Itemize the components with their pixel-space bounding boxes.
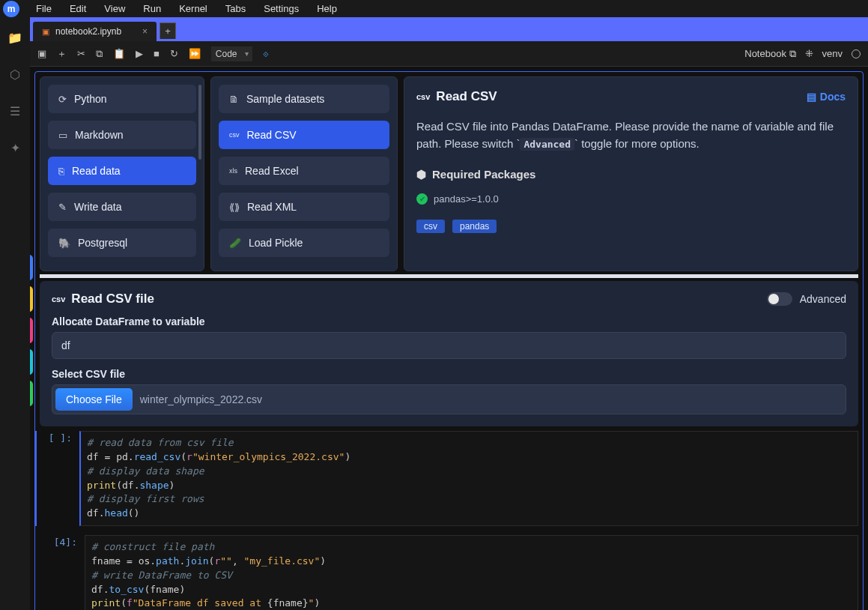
form-title: csvRead CSV file [52, 292, 154, 306]
notebook-cell-frame: ⇄ ⌘ 🗑 ＋ ▶ ⟳Python ▭Markdown ⎘Read data ✎… [34, 71, 864, 610]
menu-run[interactable]: Run [136, 0, 169, 17]
markdown-icon: ▭ [58, 130, 67, 141]
menu-edit[interactable]: Edit [62, 0, 94, 17]
code-cell[interactable]: [4]: # construct file path fname = os.pa… [40, 535, 858, 610]
bug-icon[interactable]: ⁜ [805, 48, 813, 59]
open-icon: ⧉ [789, 48, 796, 59]
write-icon: ✎ [58, 202, 67, 213]
fastforward-icon[interactable]: ⏩ [189, 48, 201, 59]
app-logo: m [3, 1, 19, 17]
category-markdown[interactable]: ▭Markdown [48, 121, 196, 149]
item-read-excel[interactable]: xlsRead Excel [219, 157, 389, 185]
var-label: Allocate DataFrame to variable [52, 315, 846, 327]
run-icon[interactable]: ▶ [136, 48, 143, 59]
tabstrip: ▣ notebook2.ipynb × + [30, 17, 868, 41]
filename-label: winter_olympics_2022.csv [133, 393, 262, 405]
choose-file-button[interactable]: Choose File [55, 388, 133, 411]
puzzle-icon[interactable]: ✦ [10, 141, 20, 155]
piece-icon[interactable]: ⟐ [263, 48, 269, 59]
recipe-tags: csv pandas [416, 220, 846, 233]
category-python[interactable]: ⟳Python [48, 85, 196, 113]
item-read-xml[interactable]: ⟪⟫Read XML [219, 193, 389, 221]
code-cell[interactable]: [ ]: # read data from csv file df = pd.r… [40, 431, 858, 526]
recipe-item-list[interactable]: 🗎Sample datasets csvRead CSV xlsRead Exc… [210, 76, 398, 271]
menu-settings[interactable]: Settings [256, 0, 306, 17]
required-packages-heading: ⬢Required Packages [416, 168, 846, 181]
stop-icon[interactable]: ■ [154, 48, 160, 59]
file-input-row: Choose File winter_olympics_2022.csv [52, 384, 846, 414]
cell-prompt: [ ]: [34, 431, 79, 526]
kernel-status-icon[interactable] [852, 49, 861, 58]
menu-help[interactable]: Help [309, 0, 345, 17]
notebook-toolbar: ▣ ＋ ✂ ⧉ 📋 ▶ ■ ↻ ⏩ Code ⟐ Notebook ⧉ ⁜ ve… [30, 41, 868, 67]
list-icon[interactable]: ☰ [10, 104, 20, 118]
menu-kernel[interactable]: Kernel [172, 0, 215, 17]
tab-title: notebook2.ipynb [55, 26, 121, 37]
menu-file[interactable]: File [28, 0, 59, 17]
csv-icon: csv [229, 131, 240, 139]
docs-icon: ▤ [807, 91, 816, 103]
notebook-icon: ▣ [42, 27, 49, 37]
variable-input[interactable] [52, 332, 846, 359]
item-sample-datasets[interactable]: 🗎Sample datasets [219, 85, 389, 113]
tab-notebook[interactable]: ▣ notebook2.ipynb × [33, 22, 157, 41]
cell-prompt: [4]: [40, 535, 85, 610]
activity-bar: 📁 ⬡ ☰ ✦ [0, 17, 30, 610]
code-editor[interactable]: # construct file path fname = os.path.jo… [85, 535, 858, 610]
folder-icon[interactable]: 📁 [7, 31, 22, 45]
csv-icon: csv [52, 295, 65, 304]
tag-csv[interactable]: csv [416, 220, 445, 233]
package-icon: ⬢ [416, 168, 426, 181]
pickle-icon: 🥒 [229, 238, 241, 249]
cut-icon[interactable]: ✂ [77, 48, 85, 59]
docs-link[interactable]: ▤Docs [807, 91, 846, 103]
kernel-name[interactable]: venv [822, 48, 843, 59]
check-icon [416, 193, 428, 205]
postgres-icon: 🐘 [58, 238, 70, 249]
recipe-browser: ⟳Python ▭Markdown ⎘Read data ✎Write data… [40, 76, 858, 271]
package-line: pandas>=1.0.0 [416, 193, 846, 205]
sidebtn-delete[interactable]: 🗑 [30, 318, 33, 343]
recipe-category-list[interactable]: ⟳Python ▭Markdown ⎘Read data ✎Write data… [40, 76, 204, 271]
cell-type-select[interactable]: Code [211, 46, 252, 61]
recipe-detail: csv Read CSV ▤Docs Read CSV file into Pa… [404, 76, 858, 271]
python-icon: ⟳ [58, 94, 67, 105]
xml-icon: ⟪⟫ [229, 202, 240, 213]
mode-label[interactable]: Notebook ⧉ [744, 48, 795, 60]
file-label: Select CSV file [52, 368, 846, 380]
recipe-form: csvRead CSV file Advanced Allocate DataF… [40, 281, 858, 426]
advanced-toggle[interactable]: Advanced [767, 292, 846, 306]
item-read-csv[interactable]: csvRead CSV [219, 121, 389, 149]
file-icon: 🗎 [229, 94, 239, 105]
recipe-title: csv Read CSV ▤Docs [416, 89, 846, 104]
menu-tabs[interactable]: Tabs [218, 0, 253, 17]
drag-divider[interactable] [40, 274, 858, 278]
category-write-data[interactable]: ✎Write data [48, 193, 196, 221]
close-icon[interactable]: × [142, 26, 148, 37]
sidebtn-run[interactable]: ▶ [30, 381, 33, 406]
code-editor[interactable]: # read data from csv file df = pd.read_c… [79, 431, 858, 526]
menu-view[interactable]: View [97, 0, 133, 17]
hex-icon[interactable]: ⬡ [10, 67, 20, 82]
save-icon[interactable]: ▣ [37, 48, 46, 59]
sidebtn-add[interactable]: ＋ [30, 349, 33, 375]
read-icon: ⎘ [58, 166, 64, 177]
csv-icon: csv [416, 92, 430, 101]
item-load-pickle[interactable]: 🥒Load Pickle [219, 229, 389, 257]
restart-icon[interactable]: ↻ [170, 48, 178, 59]
menubar: m File Edit View Run Kernel Tabs Setting… [0, 0, 868, 17]
category-read-data[interactable]: ⎘Read data [48, 157, 196, 185]
toggle-switch[interactable] [767, 292, 792, 306]
copy-icon[interactable]: ⧉ [96, 48, 103, 60]
paste-icon[interactable]: 📋 [113, 48, 125, 59]
add-cell-icon[interactable]: ＋ [57, 47, 67, 61]
tag-pandas[interactable]: pandas [452, 220, 497, 233]
xls-icon: xls [229, 167, 237, 175]
recipe-description: Read CSV file into Pandas DataFrame. Ple… [416, 118, 846, 153]
category-postgresql[interactable]: 🐘Postgresql [48, 229, 196, 257]
sidebtn-api[interactable]: ⌘ [30, 286, 33, 312]
new-tab-button[interactable]: + [160, 22, 176, 39]
cell-side-actions: ⇄ ⌘ 🗑 ＋ ▶ [30, 255, 33, 406]
sidebtn-swap[interactable]: ⇄ [30, 255, 33, 280]
